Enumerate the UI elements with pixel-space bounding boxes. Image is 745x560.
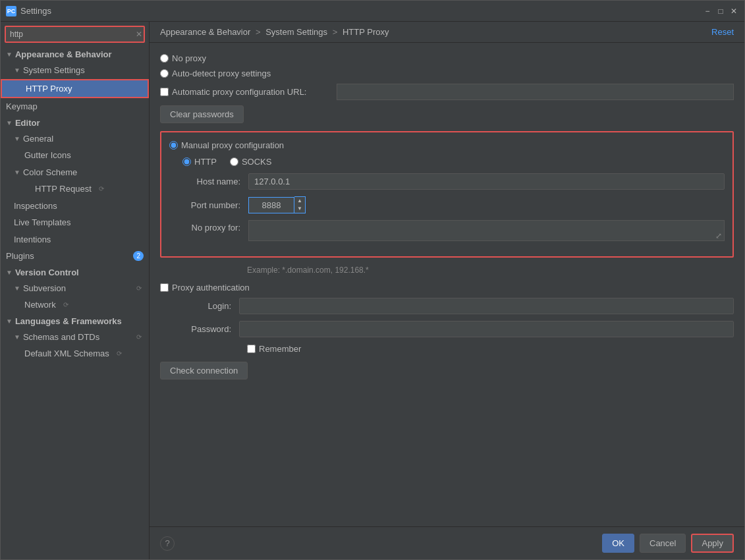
sidebar: ✕ ▼ Appearance & Behavior ▼ System Setti… [1,22,150,559]
remember-checkbox-input[interactable] [247,345,256,353]
login-row: Login: [160,298,734,314]
manual-proxy-radio-input[interactable] [169,141,178,150]
port-number-spinner: ▲ ▼ [248,196,306,213]
clear-passwords-button[interactable]: Clear passwords [160,105,244,123]
ok-button[interactable]: OK [602,534,634,553]
bottom-bar: ? OK Cancel Apply [150,526,744,559]
cancel-button[interactable]: Cancel [640,534,686,553]
sidebar-item-general[interactable]: ▼ General [1,130,149,148]
sidebar-item-system-settings[interactable]: ▼ System Settings [1,62,149,79]
sidebar-item-editor[interactable]: ▼ Editor [1,115,149,130]
breadcrumb: Appearance & Behavior > System Settings … [160,27,389,37]
proxy-auth-checkbox[interactable]: Proxy authentication [160,283,250,293]
sidebar-item-keymap[interactable]: Keymap [1,98,149,115]
chevron-down-icon: ▼ [6,51,13,58]
manual-proxy-config-box: Manual proxy configuration HTTP SOCKS [160,131,734,258]
no-proxy-for-label: No proxy for: [169,220,248,233]
sidebar-item-color-scheme[interactable]: ▼ Color Scheme [1,164,149,181]
chevron-down-icon: ▼ [14,134,20,144]
check-connection-section: Check connection [160,362,734,379]
sync-icon: ⟳ [97,184,106,194]
port-number-label: Port number: [169,200,248,210]
expand-icon[interactable]: ⤢ [715,231,722,240]
manual-proxy-radio[interactable]: Manual proxy configuration [169,140,284,150]
password-input[interactable] [239,321,734,337]
sidebar-item-version-control[interactable]: ▼ Version Control [1,265,149,280]
no-proxy-radio[interactable]: No proxy [160,53,206,63]
search-box: ✕ [5,26,145,43]
clear-passwords-section: Clear passwords [160,105,734,123]
bottom-bar-left: ? [160,536,175,551]
sync-icon: ⟳ [115,349,124,358]
auto-config-url-input[interactable] [337,84,734,100]
sidebar-item-schemas-dtds[interactable]: ▼ Schemas and DTDs ⟳ [1,329,149,346]
port-increment-button[interactable]: ▲ [294,197,305,205]
check-connection-button[interactable]: Check connection [160,362,248,379]
remember-option: Remember [247,344,734,354]
login-label: Login: [160,301,239,311]
minimize-button[interactable]: − [702,6,713,16]
breadcrumb-bar: Appearance & Behavior > System Settings … [150,22,744,43]
chevron-down-icon: ▼ [14,167,20,177]
port-decrement-button[interactable]: ▼ [294,205,305,213]
sidebar-item-appearance-behavior[interactable]: ▼ Appearance & Behavior [1,47,149,62]
remember-checkbox[interactable]: Remember [247,344,301,354]
sidebar-item-http-proxy[interactable]: HTTP Proxy [1,79,149,99]
help-button[interactable]: ? [160,536,175,551]
chevron-down-icon: ▼ [6,269,13,276]
auto-detect-radio[interactable]: Auto-detect proxy settings [160,69,271,78]
search-input[interactable] [5,26,145,43]
sidebar-item-languages-frameworks[interactable]: ▼ Languages & Frameworks [1,314,149,329]
sidebar-item-network[interactable]: Network ⟳ [1,296,149,314]
socks-radio[interactable]: SOCKS [230,157,272,167]
app-icon: PC [6,6,16,16]
chevron-down-icon: ▼ [14,332,20,342]
main-panel: Appearance & Behavior > System Settings … [150,22,744,559]
port-spinner-controls: ▲ ▼ [294,196,306,213]
chevron-down-icon: ▼ [6,318,13,325]
plugins-badge: 2 [133,251,144,261]
chevron-down-icon: ▼ [6,119,13,126]
apply-button[interactable]: Apply [691,534,734,553]
content-area: ✕ ▼ Appearance & Behavior ▼ System Setti… [1,22,744,559]
manual-proxy-option: Manual proxy configuration [169,140,725,150]
reset-link[interactable]: Reset [711,27,734,37]
settings-window: PC Settings − □ ✕ ✕ ▼ Appearance & Behav… [0,0,745,560]
auto-config-checkbox[interactable]: Automatic proxy configuration URL: [160,87,331,97]
sidebar-item-http-request[interactable]: HTTP Request ⟳ [1,181,149,198]
maximize-button[interactable]: □ [715,6,726,16]
host-name-input[interactable] [248,173,725,190]
port-number-input[interactable] [248,197,294,213]
proxy-auth-option: Proxy authentication [160,283,734,293]
no-proxy-option: No proxy [160,53,734,63]
sync-icon: ⟳ [134,332,144,341]
sidebar-item-inspections[interactable]: Inspections [1,198,149,215]
no-proxy-for-row: No proxy for: ⤢ [169,220,725,243]
auto-config-checkbox-input[interactable] [160,88,169,96]
sidebar-item-subversion[interactable]: ▼ Subversion ⟳ [1,280,149,297]
sidebar-item-intentions[interactable]: Intentions [1,231,149,248]
sidebar-item-live-templates[interactable]: Live Templates [1,214,149,231]
sync-icon: ⟳ [134,283,144,293]
login-input[interactable] [239,298,734,314]
chevron-down-icon: ▼ [14,283,20,293]
no-proxy-for-input[interactable] [248,220,725,241]
window-controls: − □ ✕ [702,6,739,16]
proxy-auth-section: Proxy authentication Login: Password: [160,283,734,354]
no-proxy-radio-input[interactable] [160,54,169,63]
chevron-down-icon: ▼ [14,65,20,75]
close-button[interactable]: ✕ [729,6,739,16]
sidebar-item-gutter-icons[interactable]: Gutter Icons [1,147,149,164]
title-bar: PC Settings − □ ✕ [1,1,744,22]
sidebar-item-plugins[interactable]: Plugins 2 [1,248,149,265]
http-radio[interactable]: HTTP [182,157,217,167]
host-name-label: Host name: [169,177,248,186]
proxy-auth-checkbox-input[interactable] [160,283,169,292]
auto-detect-radio-input[interactable] [160,69,169,78]
search-clear-icon[interactable]: ✕ [136,30,142,39]
host-name-row: Host name: [169,173,725,190]
socks-radio-input[interactable] [230,157,238,166]
sidebar-item-default-xml-schemas[interactable]: Default XML Schemas ⟳ [1,345,149,362]
http-radio-input[interactable] [182,157,191,166]
protocol-options: HTTP SOCKS [182,157,725,167]
